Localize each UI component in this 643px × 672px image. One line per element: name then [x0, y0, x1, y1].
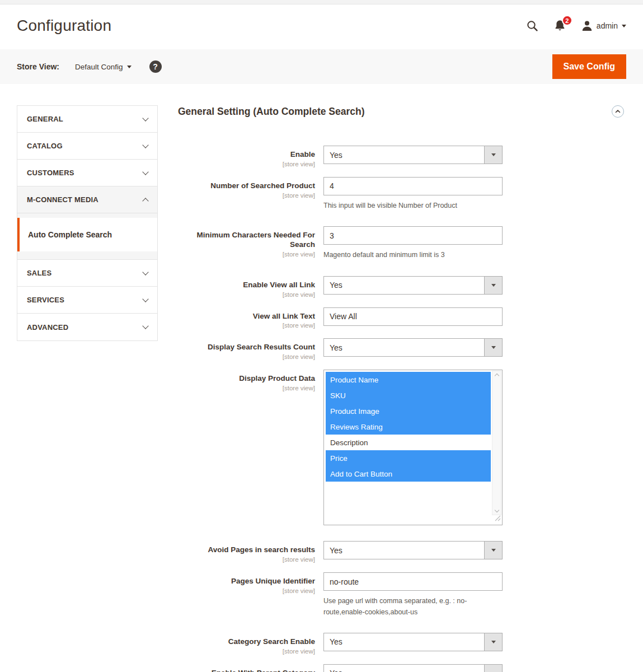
notifications-bell-icon[interactable]: 2	[554, 20, 566, 32]
field-enable-with-parent-category: Enable With Parent Category [store view]…	[178, 664, 626, 672]
chevron-down-icon	[142, 296, 148, 302]
header-actions: 2 admin	[526, 20, 626, 32]
config-nav-sidebar: GENERAL CATALOG CUSTOMERS M-CONNECT MEDI…	[17, 105, 158, 341]
field-label: Enable	[178, 150, 315, 160]
pages-unique-identifier-input[interactable]	[323, 572, 503, 591]
view-all-link-text-input[interactable]	[323, 307, 503, 326]
user-name: admin	[597, 21, 618, 30]
sidebar-item-catalog[interactable]: CATALOG	[17, 133, 157, 160]
multiselect-scrollbar[interactable]	[492, 371, 501, 515]
enable-with-parent-category-select[interactable]: Yes	[323, 664, 503, 672]
minimum-characters-input[interactable]	[323, 226, 503, 245]
field-label: Display Product Data	[178, 374, 315, 384]
enable-view-all-link-select[interactable]: Yes	[323, 276, 503, 295]
select-arrow-icon	[484, 665, 502, 672]
field-pages-unique-identifier: Pages Unique Identifier [store view] Use…	[178, 572, 626, 618]
notification-count-badge: 2	[562, 15, 572, 26]
chevron-up-icon	[142, 198, 148, 204]
field-minimum-characters: Minimum Characters Needed For Search [st…	[178, 226, 626, 260]
display-product-data-multiselect[interactable]: Product Name SKU Product Image Reviews R…	[323, 370, 503, 525]
sidebar-item-advanced[interactable]: ADVANCED	[17, 314, 157, 340]
field-scope: [store view]	[178, 291, 315, 298]
multiselect-option[interactable]: Add to Cart Button	[326, 466, 491, 482]
select-arrow-icon	[484, 146, 502, 164]
field-enable-view-all-link: Enable View all Link [store view] Yes	[178, 276, 626, 298]
multiselect-option[interactable]: Product Image	[326, 403, 491, 419]
field-scope: [store view]	[178, 353, 315, 360]
category-search-enable-select[interactable]: Yes	[323, 633, 503, 651]
field-label: Category Search Enable	[178, 637, 315, 647]
chevron-down-icon	[127, 66, 132, 68]
field-enable: Enable [store view] Yes	[178, 146, 626, 167]
field-label: View all Link Text	[178, 312, 315, 321]
page-title: Configuration	[17, 17, 111, 35]
sidebar-item-auto-complete-search[interactable]: Auto Complete Search	[17, 218, 157, 251]
multiselect-option[interactable]: Reviews Rating	[326, 419, 491, 435]
multiselect-option[interactable]: Product Name	[326, 372, 491, 388]
field-display-search-results-count: Display Search Results Count [store view…	[178, 338, 626, 360]
field-scope: [store view]	[178, 648, 315, 655]
avoid-pages-select[interactable]: Yes	[323, 541, 503, 559]
chevron-down-icon	[142, 169, 148, 175]
field-scope: [store view]	[178, 385, 315, 391]
store-view-switcher[interactable]: Default Config	[75, 63, 132, 71]
chevron-down-icon	[142, 115, 148, 121]
sidebar-item-customers[interactable]: CUSTOMERS	[17, 160, 157, 186]
main-content: GENERAL CATALOG CUSTOMERS M-CONNECT MEDI…	[0, 105, 643, 672]
field-label: Number of Searched Product	[178, 181, 315, 191]
scroll-down-icon[interactable]	[494, 508, 499, 512]
sidebar-item-sales[interactable]: SALES	[17, 260, 157, 287]
resize-grip-icon[interactable]	[495, 514, 501, 524]
select-arrow-icon	[484, 633, 502, 651]
enable-select[interactable]: Yes	[323, 146, 503, 164]
collapse-section-button[interactable]	[612, 105, 624, 118]
select-arrow-icon	[484, 277, 502, 294]
multiselect-option[interactable]: Description	[326, 435, 491, 450]
field-note: This input will be visible Number of Pro…	[323, 200, 503, 211]
field-label: Enable View all Link	[178, 281, 315, 290]
field-display-product-data: Display Product Data [store view] Produc…	[178, 370, 626, 525]
select-arrow-icon	[484, 542, 502, 559]
top-strip	[0, 0, 643, 4]
user-menu[interactable]: admin	[581, 20, 626, 31]
field-avoid-pages: Avoid Pages in search results [store vie…	[178, 541, 626, 563]
save-config-button[interactable]: Save Config	[552, 54, 626, 79]
field-scope: [store view]	[178, 556, 315, 563]
store-view-label: Store View:	[17, 62, 59, 71]
field-view-all-link-text: View all Link Text [store view]	[178, 307, 626, 329]
select-arrow-icon	[484, 339, 502, 356]
display-search-results-count-select[interactable]: Yes	[323, 338, 503, 357]
field-number-of-searched-product: Number of Searched Product [store view] …	[178, 177, 626, 211]
field-note: Use page url with comma separated, e.g. …	[323, 596, 503, 618]
chevron-down-icon	[622, 25, 626, 27]
section-title: General Setting (Auto Complete Search)	[178, 105, 365, 118]
help-icon[interactable]: ?	[149, 60, 162, 73]
field-scope: [store view]	[178, 161, 315, 167]
sidebar-item-general[interactable]: GENERAL	[17, 106, 157, 133]
chevron-down-icon	[142, 323, 148, 329]
field-scope: [store view]	[178, 251, 315, 258]
store-view-value: Default Config	[75, 63, 123, 71]
sidebar-submenu: Auto Complete Search	[17, 213, 157, 260]
page-header: Configuration 2 admin	[0, 4, 643, 49]
number-of-searched-product-input[interactable]	[323, 177, 503, 195]
multiselect-option[interactable]: SKU	[326, 388, 491, 403]
section-header: General Setting (Auto Complete Search)	[178, 105, 626, 118]
field-label: Enable With Parent Category	[178, 669, 315, 672]
field-scope: [store view]	[178, 587, 315, 594]
field-note: Magento default and minimum limit is 3	[323, 250, 503, 260]
field-scope: [store view]	[178, 322, 315, 329]
settings-form: General Setting (Auto Complete Search) E…	[158, 105, 626, 672]
sidebar-item-mconnect-media[interactable]: M-CONNECT MEDIA	[17, 186, 157, 213]
chevron-down-icon	[142, 142, 148, 148]
field-category-search-enable: Category Search Enable [store view] Yes	[178, 633, 626, 655]
search-icon[interactable]	[526, 20, 538, 32]
multiselect-option[interactable]: Price	[326, 450, 491, 466]
scroll-up-icon[interactable]	[494, 374, 499, 378]
sidebar-item-services[interactable]: SERVICES	[17, 287, 157, 314]
field-label: Pages Unique Identifier	[178, 577, 315, 586]
store-view-toolbar: Store View: Default Config ? Save Config	[0, 49, 643, 84]
field-label: Minimum Characters Needed For Search	[178, 231, 315, 250]
field-label: Display Search Results Count	[178, 343, 315, 352]
field-scope: [store view]	[178, 192, 315, 199]
